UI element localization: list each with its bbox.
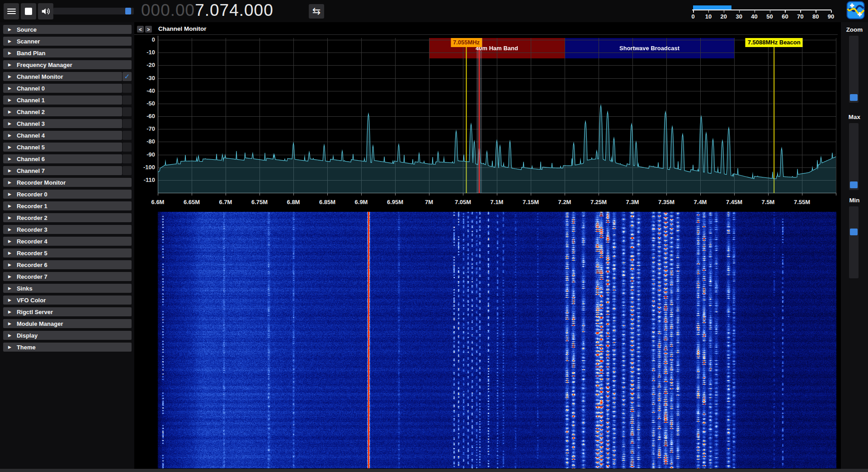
sidebar-item-source[interactable]: ▶ Source bbox=[3, 25, 132, 34]
db-tick-label: -20 bbox=[134, 62, 155, 68]
unchecked-checkbox[interactable] bbox=[123, 107, 132, 116]
sidebar-item-channel-5[interactable]: ▶ Channel 5 bbox=[3, 143, 132, 152]
fft-canvas[interactable] bbox=[158, 36, 836, 196]
sidebar-item-label: Channel 0 bbox=[17, 85, 45, 92]
freq-tick-label: 6.95M bbox=[379, 199, 411, 205]
collapse-arrow-icon: ▶ bbox=[8, 145, 11, 149]
sidebar-item-channel-7[interactable]: ▶ Channel 7 bbox=[3, 166, 132, 175]
meter-tick-label: 30 bbox=[732, 13, 746, 20]
unchecked-checkbox[interactable] bbox=[123, 131, 132, 140]
slider-handle[interactable] bbox=[850, 181, 858, 188]
sidebar-item-label: Recorder 2 bbox=[17, 215, 47, 221]
sidebar-item-recorder-7[interactable]: ▶ Recorder 7 bbox=[3, 272, 132, 281]
slider-label-max: Max bbox=[841, 114, 868, 120]
sidebar-item-recorder-6[interactable]: ▶ Recorder 6 bbox=[3, 260, 132, 269]
sidebar-item-band-plan[interactable]: ▶ Band Plan bbox=[3, 48, 132, 57]
slider-handle[interactable] bbox=[850, 94, 858, 101]
tab-next-button[interactable]: > bbox=[145, 26, 152, 33]
freq-tick-label: 6.85M bbox=[311, 199, 343, 205]
freq-tick-label: 7.5M bbox=[752, 199, 784, 205]
db-tick-label: -100 bbox=[134, 164, 155, 171]
sidebar-item-channel-2[interactable]: ▶ Channel 2 bbox=[3, 107, 132, 116]
collapse-arrow-icon: ▶ bbox=[8, 74, 11, 79]
collapse-arrow-icon: ▶ bbox=[8, 251, 11, 255]
volume-slider-handle[interactable] bbox=[125, 8, 131, 14]
module-sidebar: ▶ Source ▶ Scanner ▶ Band Plan ▶ Frequen… bbox=[0, 22, 134, 469]
collapse-arrow-icon: ▶ bbox=[8, 215, 11, 220]
sidebar-item-recorder-1[interactable]: ▶ Recorder 1 bbox=[3, 201, 132, 210]
slider-label-zoom: Zoom bbox=[841, 26, 868, 33]
sidebar-item-label: Recorder 6 bbox=[17, 262, 47, 268]
sidebar-item-recorder-4[interactable]: ▶ Recorder 4 bbox=[3, 237, 132, 246]
sidebar-item-recorder-0[interactable]: ▶ Recorder 0 bbox=[3, 190, 132, 199]
unchecked-checkbox[interactable] bbox=[123, 166, 132, 175]
sidebar-item-display[interactable]: ▶ Display bbox=[3, 331, 132, 340]
unchecked-checkbox[interactable] bbox=[123, 119, 132, 128]
collapse-arrow-icon: ▶ bbox=[8, 180, 11, 185]
tab-prev-button[interactable]: < bbox=[137, 26, 144, 33]
zoom-slider[interactable] bbox=[849, 36, 859, 103]
spectrum-plot[interactable]: 40m Ham BandShortwave Broadcast7.055MHz7… bbox=[158, 36, 836, 196]
collapse-arrow-icon: ▶ bbox=[8, 227, 11, 232]
max-slider[interactable] bbox=[849, 123, 859, 190]
sidebar-item-recorder-3[interactable]: ▶ Recorder 3 bbox=[3, 225, 132, 234]
sidebar-item-channel-4[interactable]: ▶ Channel 4 bbox=[3, 131, 132, 140]
sidebar-item-recorder-5[interactable]: ▶ Recorder 5 bbox=[3, 248, 132, 257]
meter-tick bbox=[708, 10, 709, 13]
sidebar-item-scanner[interactable]: ▶ Scanner bbox=[3, 37, 132, 46]
collapse-arrow-icon: ▶ bbox=[8, 168, 11, 173]
sidebar-item-channel-0[interactable]: ▶ Channel 0 bbox=[3, 84, 132, 93]
sidebar-item-frequency-manager[interactable]: ▶ Frequency Manager bbox=[3, 60, 132, 69]
frequency-display[interactable]: 000.007.074.000 bbox=[141, 1, 274, 20]
unchecked-checkbox[interactable] bbox=[123, 154, 132, 163]
collapse-arrow-icon: ▶ bbox=[8, 321, 11, 326]
sidebar-item-theme[interactable]: ▶ Theme bbox=[3, 343, 132, 352]
slider-handle[interactable] bbox=[850, 229, 858, 235]
db-tick-label: -70 bbox=[134, 125, 155, 132]
volume-slider[interactable] bbox=[53, 8, 134, 14]
meter-tick bbox=[693, 10, 694, 13]
meter-tick-label: 70 bbox=[793, 13, 807, 20]
sidebar-item-rigctl-server[interactable]: ▶ Rigctl Server bbox=[3, 307, 132, 316]
collapse-arrow-icon: ▶ bbox=[8, 157, 11, 161]
speaker-icon bbox=[41, 6, 51, 16]
freq-tick-label: 7.25M bbox=[583, 199, 614, 205]
db-tick-label: -10 bbox=[134, 49, 155, 56]
freq-tick-label: 7.3M bbox=[617, 199, 648, 205]
meter-tick bbox=[800, 10, 801, 13]
sidebar-item-channel-6[interactable]: ▶ Channel 6 bbox=[3, 154, 132, 163]
sidebar-item-vfo-color[interactable]: ▶ VFO Color bbox=[3, 296, 132, 305]
unchecked-checkbox[interactable] bbox=[123, 143, 132, 152]
freq-tick-label: 6.8M bbox=[278, 199, 309, 205]
sidebar-item-label: Channel 7 bbox=[17, 167, 45, 174]
db-tick-label: -80 bbox=[134, 138, 155, 145]
sidebar-item-label: Recorder 7 bbox=[17, 273, 47, 280]
freq-tick-label: 7M bbox=[413, 199, 445, 205]
unchecked-checkbox[interactable] bbox=[123, 95, 132, 105]
sidebar-item-channel-3[interactable]: ▶ Channel 3 bbox=[3, 119, 132, 128]
sidebar-item-label: Recorder 0 bbox=[17, 191, 47, 198]
sidebar-item-recorder-monitor[interactable]: ▶ Recorder Monitor bbox=[3, 178, 132, 187]
db-tick-label: -30 bbox=[134, 75, 155, 81]
checked-checkbox[interactable]: ✓ bbox=[123, 72, 132, 81]
collapse-arrow-icon: ▶ bbox=[8, 204, 11, 208]
sidebar-item-sinks[interactable]: ▶ Sinks bbox=[3, 284, 132, 293]
sidebar-item-recorder-2[interactable]: ▶ Recorder 2 bbox=[3, 213, 132, 222]
min-slider[interactable] bbox=[849, 206, 859, 278]
db-tick-label: -60 bbox=[134, 113, 155, 119]
stop-button[interactable] bbox=[21, 3, 36, 19]
sidebar-item-label: Recorder 4 bbox=[17, 238, 47, 245]
sidebar-item-module-manager[interactable]: ▶ Module Manager bbox=[3, 319, 132, 328]
meter-tick bbox=[816, 10, 816, 13]
freq-tick-label: 6.75M bbox=[244, 199, 275, 205]
sidebar-item-label: Display bbox=[17, 332, 38, 339]
waterfall-canvas[interactable] bbox=[158, 212, 836, 468]
sidebar-item-channel-monitor[interactable]: ▶ Channel Monitor ✓ bbox=[3, 72, 132, 81]
volume-mute-button[interactable] bbox=[38, 3, 53, 19]
sidebar-item-label: Recorder Monitor bbox=[17, 179, 66, 186]
hamburger-menu-button[interactable] bbox=[4, 3, 19, 19]
freq-tick-label: 6.7M bbox=[210, 199, 241, 205]
unchecked-checkbox[interactable] bbox=[123, 84, 132, 93]
sidebar-item-channel-1[interactable]: ▶ Channel 1 bbox=[3, 95, 132, 105]
swap-vfo-button[interactable]: ⇆ bbox=[309, 4, 324, 19]
